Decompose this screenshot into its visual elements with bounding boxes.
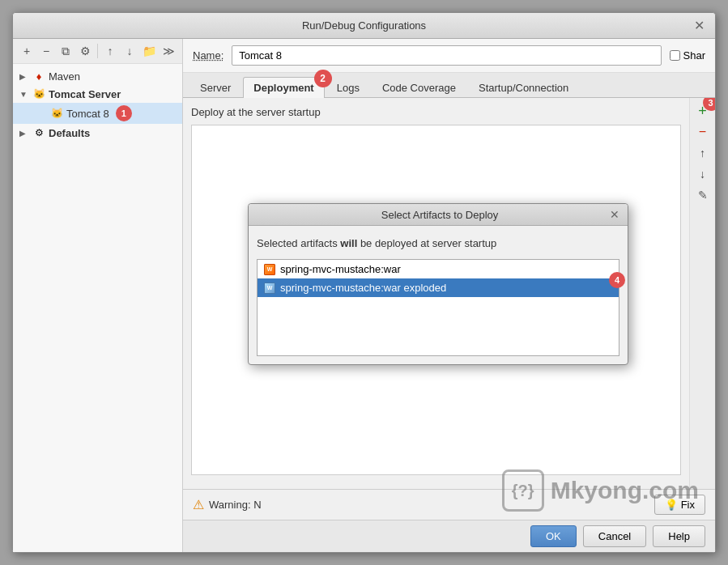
sidebar-tree: ▶ ♦ Maven ▼ 🐱 Tomcat Server 🐱 Tomcat 8 1 <box>13 64 182 552</box>
dialog-title: Run/Debug Configurations <box>37 19 691 32</box>
artifact-war-label: spring-mvc-mustache:war <box>280 263 401 275</box>
right-panel: Name: Shar Server Deployment 2 Logs Code… <box>183 39 715 552</box>
title-bar: Run/Debug Configurations ✕ <box>13 13 715 39</box>
edit-artifact-button[interactable]: ✎ <box>693 185 713 205</box>
add-config-button[interactable]: + <box>18 42 36 60</box>
close-button[interactable]: ✕ <box>691 18 707 33</box>
sidebar-item-maven[interactable]: ▶ ♦ Maven <box>13 67 182 85</box>
artifacts-dialog: Select Artifacts to Deploy ✕ Selected ar… <box>248 203 628 365</box>
remove-config-button[interactable]: − <box>37 42 55 60</box>
name-label: Name: <box>193 49 224 62</box>
tab-logs[interactable]: Logs <box>326 77 370 98</box>
warning-icon: ⚠ <box>193 497 204 512</box>
sidebar: + − ⧉ ⚙ ↑ ↓ 📁 ≫ ▶ ♦ Maven <box>13 39 183 552</box>
remove-artifact-button[interactable]: − <box>693 122 713 142</box>
right-toolbar: + 3 − ↑ ↓ ✎ <box>689 98 715 489</box>
toolbar-separator <box>97 44 98 58</box>
add-btn-wrapper: + 3 <box>693 101 713 121</box>
artifact-war-exploded-label: spring-mvc-mustache:war exploded <box>280 282 446 294</box>
tab-startup-connection[interactable]: Startup/Connection <box>468 77 579 98</box>
settings-config-button[interactable]: ⚙ <box>76 42 94 60</box>
sidebar-item-tomcat-server[interactable]: ▼ 🐱 Tomcat Server <box>13 85 182 103</box>
maven-arrow: ▶ <box>19 72 29 81</box>
name-input[interactable] <box>232 45 661 66</box>
deploy-label: Deploy at the server startup <box>191 106 681 118</box>
artifact-war[interactable]: W spring-mvc-mustache:war <box>258 260 619 278</box>
desc-bold: will <box>340 237 357 249</box>
tomcat-server-arrow: ▼ <box>19 90 29 99</box>
tab-deployment[interactable]: Deployment 2 <box>243 77 324 98</box>
sidebar-item-defaults[interactable]: ▶ ⚙ Defaults <box>13 124 182 142</box>
bottom-bar: ⚠ Warning: N 💡 Fix <box>183 489 715 520</box>
artifacts-description: Selected artifacts will be deployed at s… <box>257 234 619 253</box>
folder-button[interactable]: 📁 <box>140 42 158 60</box>
artifacts-list: W spring-mvc-mustache:war W spring-mvc-m… <box>257 259 619 356</box>
artifacts-body: Selected artifacts will be deployed at s… <box>249 226 628 364</box>
maven-icon: ♦ <box>32 70 45 83</box>
tabs-row: Server Deployment 2 Logs Code Coverage S… <box>183 73 715 98</box>
share-area: Shar <box>670 49 705 62</box>
move-artifact-down-button[interactable]: ↓ <box>693 164 713 184</box>
desc-suffix: be deployed at server startup <box>357 237 496 249</box>
sidebar-item-tomcat-8[interactable]: 🐱 Tomcat 8 1 <box>13 103 182 124</box>
tomcat8-label: Tomcat 8 <box>66 108 109 120</box>
artifact-war-exploded[interactable]: W spring-mvc-mustache:war exploded 4 <box>258 278 619 297</box>
step-badge-1: 1 <box>116 105 132 121</box>
copy-config-button[interactable]: ⧉ <box>57 42 75 60</box>
deployment-area: Deploy at the server startup Select Arti… <box>183 98 689 489</box>
share-checkbox[interactable] <box>670 50 680 61</box>
war-icon: W <box>264 264 275 275</box>
ok-button[interactable]: OK <box>530 525 577 547</box>
tomcat-server-label: Tomcat Server <box>49 88 121 100</box>
share-label: Shar <box>683 49 705 62</box>
move-artifact-up-button[interactable]: ↑ <box>693 143 713 163</box>
help-button[interactable]: Help <box>653 525 705 547</box>
sidebar-toolbar: + − ⧉ ⚙ ↑ ↓ 📁 ≫ <box>13 39 182 64</box>
tomcat8-icon: 🐱 <box>50 107 63 120</box>
tab-server[interactable]: Server <box>189 77 241 98</box>
maven-label: Maven <box>49 70 80 83</box>
war-exploded-icon: W <box>264 282 275 294</box>
step-badge-4: 4 <box>609 272 625 288</box>
main-content: + − ⧉ ⚙ ↑ ↓ 📁 ≫ ▶ ♦ Maven <box>13 39 715 552</box>
defaults-label: Defaults <box>49 127 90 139</box>
defaults-icon: ⚙ <box>32 126 45 139</box>
warning-area: ⚠ Warning: N <box>193 497 648 512</box>
move-down-button[interactable]: ↓ <box>121 42 138 60</box>
name-row: Name: Shar <box>183 39 715 73</box>
tab-content: Deploy at the server startup Select Arti… <box>183 98 715 489</box>
move-up-button[interactable]: ↑ <box>101 42 119 60</box>
artifacts-close-button[interactable]: ✕ <box>610 208 619 221</box>
tomcat-server-icon: 🐱 <box>32 87 45 100</box>
main-dialog: Run/Debug Configurations ✕ + − ⧉ ⚙ ↑ ↓ 📁… <box>12 12 716 553</box>
artifacts-title-bar: Select Artifacts to Deploy ✕ <box>249 204 628 226</box>
defaults-arrow: ▶ <box>19 129 29 138</box>
cancel-button[interactable]: Cancel <box>583 525 646 547</box>
more-button[interactable]: ≫ <box>160 42 177 60</box>
warning-text: Warning: N <box>209 499 262 511</box>
fix-icon: 💡 <box>665 499 678 511</box>
fix-button[interactable]: 💡 Fix <box>654 495 705 515</box>
action-buttons-row: OK Cancel Help <box>183 520 715 552</box>
artifacts-title: Select Artifacts to Deploy <box>270 209 610 221</box>
fix-label: Fix <box>681 499 695 511</box>
tab-code-coverage[interactable]: Code Coverage <box>372 77 466 98</box>
desc-prefix: Selected artifacts <box>257 237 340 249</box>
